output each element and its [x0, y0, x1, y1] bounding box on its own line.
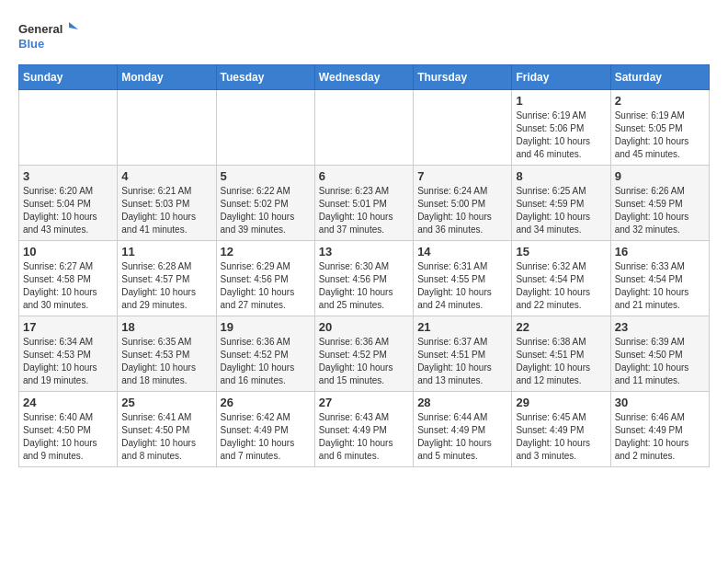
weekday-header: Friday [512, 65, 610, 90]
day-number: 14 [417, 245, 507, 259]
calendar-cell: 6Sunrise: 6:23 AM Sunset: 5:01 PM Daylig… [314, 166, 413, 241]
day-info: Sunrise: 6:37 AM Sunset: 4:51 PM Dayligh… [417, 336, 507, 387]
day-number: 6 [319, 169, 409, 183]
calendar-cell: 20Sunrise: 6:36 AM Sunset: 4:52 PM Dayli… [314, 316, 413, 392]
day-number: 27 [319, 396, 409, 409]
weekday-header: Thursday [414, 65, 512, 90]
day-number: 21 [417, 320, 507, 334]
day-number: 17 [23, 320, 113, 334]
calendar-week-row: 17Sunrise: 6:34 AM Sunset: 4:53 PM Dayli… [19, 316, 710, 392]
day-number: 8 [516, 169, 606, 183]
day-info: Sunrise: 6:40 AM Sunset: 4:50 PM Dayligh… [23, 411, 113, 463]
day-number: 22 [516, 320, 606, 334]
day-number: 15 [516, 245, 606, 259]
day-number: 3 [23, 169, 113, 183]
calendar-header-row: SundayMondayTuesdayWednesdayThursdayFrid… [19, 65, 710, 90]
weekday-header: Sunday [19, 65, 118, 90]
weekday-header: Wednesday [314, 65, 413, 90]
day-number: 30 [615, 396, 705, 409]
header: General Blue [18, 18, 710, 55]
day-info: Sunrise: 6:41 AM Sunset: 4:50 PM Dayligh… [121, 411, 211, 463]
day-info: Sunrise: 6:28 AM Sunset: 4:57 PM Dayligh… [121, 260, 211, 312]
day-number: 1 [516, 94, 606, 108]
calendar-cell: 2Sunrise: 6:19 AM Sunset: 5:05 PM Daylig… [610, 90, 709, 166]
calendar-cell: 24Sunrise: 6:40 AM Sunset: 4:50 PM Dayli… [19, 392, 118, 467]
day-info: Sunrise: 6:33 AM Sunset: 4:54 PM Dayligh… [615, 260, 705, 312]
calendar-cell: 26Sunrise: 6:42 AM Sunset: 4:49 PM Dayli… [216, 392, 314, 467]
day-info: Sunrise: 6:31 AM Sunset: 4:55 PM Dayligh… [417, 260, 507, 312]
day-info: Sunrise: 6:24 AM Sunset: 5:00 PM Dayligh… [417, 185, 507, 236]
day-number: 5 [221, 169, 311, 183]
calendar-cell: 14Sunrise: 6:31 AM Sunset: 4:55 PM Dayli… [414, 241, 512, 316]
calendar-cell: 29Sunrise: 6:45 AM Sunset: 4:49 PM Dayli… [512, 392, 610, 467]
day-info: Sunrise: 6:44 AM Sunset: 4:49 PM Dayligh… [417, 411, 507, 463]
day-number: 20 [319, 320, 409, 334]
calendar-cell [414, 90, 512, 166]
calendar-cell: 12Sunrise: 6:29 AM Sunset: 4:56 PM Dayli… [216, 241, 314, 316]
day-number: 19 [221, 320, 311, 334]
weekday-header: Tuesday [216, 65, 314, 90]
day-number: 25 [121, 396, 211, 409]
day-number: 18 [121, 320, 211, 334]
day-info: Sunrise: 6:46 AM Sunset: 4:49 PM Dayligh… [615, 411, 705, 463]
day-info: Sunrise: 6:21 AM Sunset: 5:03 PM Dayligh… [121, 185, 211, 236]
calendar-cell: 13Sunrise: 6:30 AM Sunset: 4:56 PM Dayli… [314, 241, 413, 316]
day-info: Sunrise: 6:32 AM Sunset: 4:54 PM Dayligh… [516, 260, 606, 312]
calendar-cell: 19Sunrise: 6:36 AM Sunset: 4:52 PM Dayli… [216, 316, 314, 392]
day-number: 11 [121, 245, 211, 259]
calendar-cell: 17Sunrise: 6:34 AM Sunset: 4:53 PM Dayli… [19, 316, 118, 392]
day-number: 7 [417, 169, 507, 183]
day-number: 26 [221, 396, 311, 409]
generalblue-logo-icon: General Blue [18, 18, 83, 55]
day-number: 2 [615, 94, 705, 108]
calendar-cell: 5Sunrise: 6:22 AM Sunset: 5:02 PM Daylig… [216, 166, 314, 241]
calendar-week-row: 1Sunrise: 6:19 AM Sunset: 5:06 PM Daylig… [19, 90, 710, 166]
calendar-cell: 25Sunrise: 6:41 AM Sunset: 4:50 PM Dayli… [118, 392, 216, 467]
calendar-cell: 11Sunrise: 6:28 AM Sunset: 4:57 PM Dayli… [118, 241, 216, 316]
calendar-cell: 1Sunrise: 6:19 AM Sunset: 5:06 PM Daylig… [512, 90, 610, 166]
day-number: 4 [121, 169, 211, 183]
day-number: 28 [417, 396, 507, 409]
calendar-week-row: 24Sunrise: 6:40 AM Sunset: 4:50 PM Dayli… [19, 392, 710, 467]
weekday-header: Saturday [610, 65, 709, 90]
calendar-cell: 9Sunrise: 6:26 AM Sunset: 4:59 PM Daylig… [610, 166, 709, 241]
calendar-week-row: 3Sunrise: 6:20 AM Sunset: 5:04 PM Daylig… [19, 166, 710, 241]
day-info: Sunrise: 6:39 AM Sunset: 4:50 PM Dayligh… [615, 336, 705, 387]
calendar-cell: 30Sunrise: 6:46 AM Sunset: 4:49 PM Dayli… [610, 392, 709, 467]
day-info: Sunrise: 6:19 AM Sunset: 5:05 PM Dayligh… [615, 109, 705, 161]
calendar-cell: 4Sunrise: 6:21 AM Sunset: 5:03 PM Daylig… [118, 166, 216, 241]
day-info: Sunrise: 6:25 AM Sunset: 4:59 PM Dayligh… [516, 185, 606, 236]
day-info: Sunrise: 6:23 AM Sunset: 5:01 PM Dayligh… [319, 185, 409, 236]
calendar-cell: 3Sunrise: 6:20 AM Sunset: 5:04 PM Daylig… [19, 166, 118, 241]
calendar-cell: 18Sunrise: 6:35 AM Sunset: 4:53 PM Dayli… [118, 316, 216, 392]
day-info: Sunrise: 6:43 AM Sunset: 4:49 PM Dayligh… [319, 411, 409, 463]
calendar-cell: 16Sunrise: 6:33 AM Sunset: 4:54 PM Dayli… [610, 241, 709, 316]
day-info: Sunrise: 6:38 AM Sunset: 4:51 PM Dayligh… [516, 336, 606, 387]
day-number: 16 [615, 245, 705, 259]
day-number: 12 [221, 245, 311, 259]
day-info: Sunrise: 6:42 AM Sunset: 4:49 PM Dayligh… [221, 411, 311, 463]
day-number: 13 [319, 245, 409, 259]
calendar-cell: 21Sunrise: 6:37 AM Sunset: 4:51 PM Dayli… [414, 316, 512, 392]
calendar-cell [314, 90, 413, 166]
calendar-cell: 15Sunrise: 6:32 AM Sunset: 4:54 PM Dayli… [512, 241, 610, 316]
calendar-cell [19, 90, 118, 166]
day-info: Sunrise: 6:27 AM Sunset: 4:58 PM Dayligh… [23, 260, 113, 312]
day-info: Sunrise: 6:22 AM Sunset: 5:02 PM Dayligh… [221, 185, 311, 236]
calendar-cell: 23Sunrise: 6:39 AM Sunset: 4:50 PM Dayli… [610, 316, 709, 392]
day-info: Sunrise: 6:45 AM Sunset: 4:49 PM Dayligh… [516, 411, 606, 463]
calendar-cell: 28Sunrise: 6:44 AM Sunset: 4:49 PM Dayli… [414, 392, 512, 467]
calendar-cell: 8Sunrise: 6:25 AM Sunset: 4:59 PM Daylig… [512, 166, 610, 241]
svg-text:General: General [18, 22, 63, 36]
day-number: 29 [516, 396, 606, 409]
day-info: Sunrise: 6:36 AM Sunset: 4:52 PM Dayligh… [319, 336, 409, 387]
day-number: 23 [615, 320, 705, 334]
calendar-cell [216, 90, 314, 166]
day-info: Sunrise: 6:34 AM Sunset: 4:53 PM Dayligh… [23, 336, 113, 387]
day-info: Sunrise: 6:36 AM Sunset: 4:52 PM Dayligh… [221, 336, 311, 387]
svg-marker-1 [69, 22, 78, 29]
day-info: Sunrise: 6:26 AM Sunset: 4:59 PM Dayligh… [615, 185, 705, 236]
calendar-cell: 10Sunrise: 6:27 AM Sunset: 4:58 PM Dayli… [19, 241, 118, 316]
day-info: Sunrise: 6:19 AM Sunset: 5:06 PM Dayligh… [516, 109, 606, 161]
day-info: Sunrise: 6:29 AM Sunset: 4:56 PM Dayligh… [221, 260, 311, 312]
